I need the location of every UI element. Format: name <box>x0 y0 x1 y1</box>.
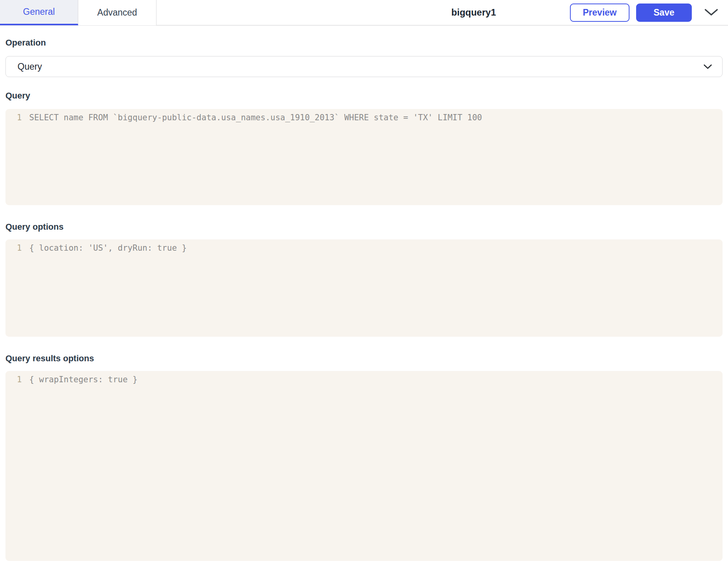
operation-label: Operation <box>5 37 723 48</box>
chevron-down-icon <box>703 64 712 69</box>
query-options-code-editor[interactable]: 1 { location: 'US', dryRun: true } <box>5 239 723 337</box>
operation-select-value: Query <box>18 62 703 72</box>
line-number: 1 <box>5 374 22 386</box>
query-results-options-label: Query results options <box>5 353 723 364</box>
preview-button[interactable]: Preview <box>570 4 630 22</box>
collapse-panel-chevron-down-icon[interactable] <box>702 4 720 21</box>
query-results-options-code-editor[interactable]: 1 { wrapIntegers: true } <box>5 371 723 561</box>
tab-advanced[interactable]: Advanced <box>78 0 157 25</box>
line-number: 1 <box>5 242 22 254</box>
query-code-text: SELECT name FROM `bigquery-public-data.u… <box>22 112 482 124</box>
operation-select[interactable]: Query <box>5 56 723 77</box>
query-results-options-code-text: { wrapIntegers: true } <box>22 374 137 386</box>
tab-general-label: General <box>23 7 55 17</box>
tab-advanced-label: Advanced <box>97 7 137 18</box>
line-number: 1 <box>5 112 22 124</box>
query-label: Query <box>5 90 723 101</box>
header: General Advanced bigquery1 Preview Save <box>0 0 728 26</box>
query-config-panel: Operation Query Query 1 SELECT name FROM… <box>0 37 728 561</box>
code-line: 1 SELECT name FROM `bigquery-public-data… <box>5 112 723 124</box>
tab-general[interactable]: General <box>0 0 78 25</box>
tab-bar: General Advanced <box>0 0 157 25</box>
code-line: 1 { wrapIntegers: true } <box>5 374 723 386</box>
query-code-editor[interactable]: 1 SELECT name FROM `bigquery-public-data… <box>5 109 723 205</box>
save-button[interactable]: Save <box>636 4 692 22</box>
query-options-code-text: { location: 'US', dryRun: true } <box>22 242 187 254</box>
code-line: 1 { location: 'US', dryRun: true } <box>5 242 723 254</box>
query-name-title: bigquery1 <box>157 7 570 18</box>
query-options-label: Query options <box>5 221 723 232</box>
header-actions: Preview Save <box>570 4 728 22</box>
